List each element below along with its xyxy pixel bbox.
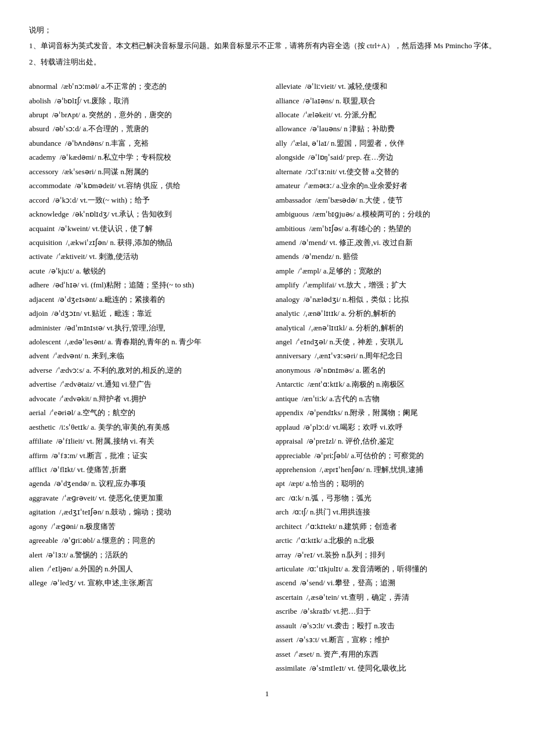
word-phonetic: /əˈdʒɔɪn/ xyxy=(52,309,82,318)
word-phonetic: /əˈledʒ/ xyxy=(51,578,76,587)
list-item: accommodate /əˈkɒmədeit/ vt.容纳 供应，供给 xyxy=(29,179,258,192)
list-item: accessory /ækˈsesəri/ n.同谋 n.附属的 xyxy=(29,165,258,178)
word-phonetic: /əˈliːvieit/ xyxy=(305,82,337,91)
word-term: amateur xyxy=(276,181,300,190)
word-term: advertise xyxy=(29,380,56,388)
list-item: amplify /ˈæmplifai/ vt.放大，增强；扩大 xyxy=(276,279,505,291)
word-term: Antarctic xyxy=(276,380,304,388)
word-phonetic: /ˈædvətaiz/ xyxy=(60,380,95,388)
word-definition: vt.使交替 a.交替的 xyxy=(339,167,399,176)
word-definition: vi. (fml)粘附；追随；坚持(~ to sth) xyxy=(81,280,194,289)
word-definition: a.不正常的；变态的 xyxy=(101,82,167,91)
word-phonetic: /ˌæsəˈtein/ xyxy=(306,593,339,602)
list-item: agitation /ˌædʒɪˈteɪʃən/ n.鼓动，煽动；搅动 xyxy=(29,506,258,518)
list-item: aesthetic /iːsˈθetɪk/ a. 美学的,审美的,有美感 xyxy=(29,421,258,433)
word-definition: vt.一致(~ with)；给予 xyxy=(80,196,150,204)
list-item: advent /ˈædvənt/ n. 来到,来临 xyxy=(29,350,258,362)
word-term: allowance xyxy=(276,124,306,133)
word-definition: a. 突然的，意外的，唐突的 xyxy=(82,110,172,119)
word-definition: n.鼓动，煽动；搅动 xyxy=(106,507,172,516)
list-item: agony /ˈæɡəni/ n.极度痛苦 xyxy=(29,520,258,532)
list-item: anonymous /əˈnɒnɪməs/ a. 匿名的 xyxy=(276,364,505,376)
list-item: applaud /əˈplɔːd/ vt.喝彩；欢呼 vi.欢呼 xyxy=(276,421,505,433)
word-definition: n.建筑师；创造者 xyxy=(339,522,398,531)
word-definition: n.同谋 n.附属的 xyxy=(98,167,149,176)
instructions-title: 说明； xyxy=(29,23,505,37)
word-phonetic: /ˌækwiˈzɪʃən/ xyxy=(66,238,109,247)
word-phonetic: /əˈlɒŋˈsaid/ xyxy=(308,153,344,161)
word-phonetic: /əkˈnɒlɪdʒ/ xyxy=(73,210,109,218)
word-phonetic: /əˈnælədʒi/ xyxy=(304,295,341,304)
word-phonetic: /ˈeəriəl/ xyxy=(49,408,75,417)
word-phonetic: /əˈlaɪəns/ xyxy=(303,96,334,105)
list-item: agenda /əˈdʒendə/ n. 议程,应办事项 xyxy=(29,477,258,489)
list-item: asset /ˈæset/ n. 资产,有用的东西 xyxy=(276,648,505,660)
word-phonetic: /ədˈmɪnɪstə/ xyxy=(64,323,104,332)
word-phonetic: /ænˈtiːk/ xyxy=(302,394,327,403)
word-definition: vt. 分派,分配 xyxy=(334,110,376,119)
word-definition: vt.使认识，使了解 xyxy=(92,224,152,233)
word-definition: n.丰富，充裕 xyxy=(106,139,149,147)
word-definition: n 津贴；补助费 xyxy=(344,124,395,133)
word-phonetic: /ˈæktiveit/ xyxy=(56,252,87,261)
list-item: arctic /ˈɑːktɪk/ a.北极的 n.北极 xyxy=(276,534,505,546)
list-item: accord /əˈkɔːd/ vt.一致(~ with)；给予 xyxy=(29,194,258,206)
word-definition: n.盟国，同盟者，伙伴 xyxy=(331,139,405,147)
word-phonetic: /əˈreɪ/ xyxy=(295,550,315,559)
word-definition: a.南极的 n.南极区 xyxy=(347,380,405,388)
word-term: agitation xyxy=(29,507,56,516)
list-item: adjacent /əˈdʒeɪsənt/ a.毗连的；紧接着的 xyxy=(29,293,258,305)
instructions-line1: 1、单词音标为英式发音。本文档已解决音标显示问题。如果音标显示不正常，请将所有内… xyxy=(29,39,505,52)
word-definition: n. 联盟,联合 xyxy=(335,96,375,105)
word-definition: a. 匿名的 xyxy=(356,366,385,375)
word-definition: a.北极的 n.北极 xyxy=(324,536,374,545)
word-definition: a.古代的 n.古物 xyxy=(329,394,380,403)
word-definition: a.不合理的，荒唐的 xyxy=(83,124,149,133)
word-phonetic: /ədˈhɪə/ xyxy=(53,280,79,289)
right-column: alleviate /əˈliːvieit/ vt. 减轻,使缓和allianc… xyxy=(276,80,505,676)
word-phonetic: /ˌænəˈlɪtɪkl/ xyxy=(309,323,347,332)
word-term: aerial xyxy=(29,408,46,417)
word-term: amends xyxy=(276,252,299,261)
list-item: ascribe /əˈskraɪb/ vt.把…归于 xyxy=(276,605,505,617)
word-phonetic: /ˌænəˈlɪtɪk/ xyxy=(304,309,340,318)
word-phonetic: /əˈmendz/ xyxy=(302,252,334,261)
list-item: ambassador /æmˈbæsədə/ n.大使，使节 xyxy=(276,194,505,206)
word-list: abnormal /æbˈnɔːməl/ a.不正常的；变态的abolish /… xyxy=(29,80,505,676)
list-item: abundance /əˈbʌndəns/ n.丰富，充裕 xyxy=(29,137,258,149)
word-phonetic: /əˈkɔːd/ xyxy=(53,196,78,204)
list-item: articulate /ɑːˈtɪkjulɪt/ a. 发音清晰的，听得懂的 xyxy=(276,563,505,575)
list-item: allocate /ˈæləkeit/ vt. 分派,分配 xyxy=(276,109,505,121)
word-phonetic: /əˈnɒnɪməs/ xyxy=(314,366,353,375)
word-phonetic: /ˈæmpl/ xyxy=(298,267,321,275)
word-term: apt xyxy=(276,479,285,488)
word-term: architect xyxy=(276,522,302,531)
list-item: ascertain /ˌæsəˈtein/ vt.查明，确定，弄清 xyxy=(276,591,505,603)
list-item: appraisal /əˈpreɪzl/ n. 评价,估价,鉴定 xyxy=(276,435,505,447)
word-definition: a. 分析的,解析的 xyxy=(349,323,403,332)
word-definition: a.有雄心的；热望的 xyxy=(345,224,411,233)
list-item: anniversary /ˌænɪˈvɜːsəri/ n.周年纪念日 xyxy=(276,350,505,362)
list-item: arc /ɑːk/ n.弧，弓形物；弧光 xyxy=(276,492,505,504)
word-phonetic: /ˈeɪljən/ xyxy=(48,564,73,573)
word-phonetic: /ˈædvɔːs/ xyxy=(56,366,84,375)
word-term: agreeable xyxy=(29,536,58,545)
word-term: ambassador xyxy=(276,196,311,204)
list-item: assimilate /əˈsɪmɪleɪt/ vt. 使同化,吸收,比 xyxy=(276,662,505,674)
word-term: assault xyxy=(276,621,296,630)
word-definition: a.警惕的；活跃的 xyxy=(70,550,128,559)
word-definition: vt.把…归于 xyxy=(333,607,371,615)
word-term: accessory xyxy=(29,167,59,176)
list-item: assert /əˈsɜːt/ vt.断言，宣称；维护 xyxy=(276,633,505,646)
word-phonetic: /əˈskraɪb/ xyxy=(301,607,331,615)
word-phonetic: /əˈlauəns/ xyxy=(310,124,342,133)
word-term: arctic xyxy=(276,536,293,545)
word-phonetic: /əbˈsɔːd/ xyxy=(53,124,81,133)
left-column: abnormal /æbˈnɔːməl/ a.不正常的；变态的abolish /… xyxy=(29,80,258,676)
word-definition: n.私立中学；专科院校 xyxy=(98,153,172,161)
word-definition: a.业余的n.业余爱好者 xyxy=(336,181,407,190)
list-item: ascend /əˈsend/ vi.攀登，登高；追溯 xyxy=(276,577,505,589)
word-definition: vt.袭击；殴打 n.攻击 xyxy=(327,621,395,630)
word-definition: a.足够的；宽敞的 xyxy=(323,267,381,275)
word-definition: vt. 使同化,吸收,比 xyxy=(348,664,406,672)
